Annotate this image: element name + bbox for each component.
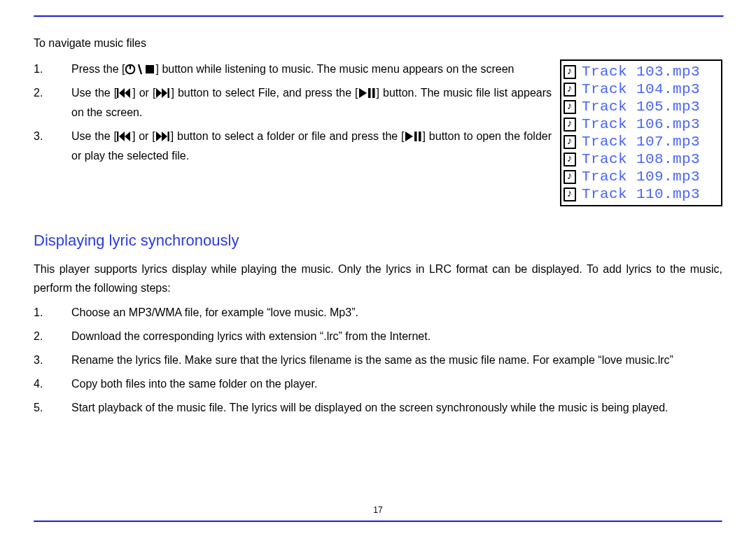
track-row: Track 108.mp3 [564, 150, 719, 168]
lyrics-step-2: Download the corresponding lyrics with e… [34, 327, 722, 346]
music-note-icon [564, 135, 576, 149]
play-pause-icon [358, 87, 377, 99]
nav-steps-list: Press the [] button while listening to m… [34, 59, 552, 170]
music-note-icon [564, 83, 576, 97]
nav-step-1: Press the [] button while listening to m… [34, 59, 552, 79]
lyrics-heading: Displaying lyric synchronously [34, 232, 722, 250]
bottom-rule [34, 521, 722, 523]
track-row: Track 109.mp3 [564, 168, 719, 185]
lyrics-steps-list: Choose an MP3/WMA file, for example “lov… [34, 303, 722, 418]
music-note-icon [564, 100, 576, 114]
nav-step-3: Use the [] or [] button to select a fold… [34, 127, 552, 166]
track-row: Track 104.mp3 [564, 80, 719, 98]
nav-intro: To navigate music files [34, 37, 722, 50]
lyrics-step-5: Start playback of the music file. The ly… [34, 398, 722, 418]
skip-next-icon [155, 131, 171, 142]
lyrics-intro: This player supports lyrics display whil… [34, 260, 722, 297]
music-note-icon [564, 187, 576, 201]
track-row: Track 105.mp3 [564, 98, 719, 115]
music-note-icon [564, 153, 576, 167]
music-note-icon [564, 170, 576, 184]
track-list-panel: Track 103.mp3 Track 104.mp3 Track 105.mp… [560, 59, 722, 206]
track-row: Track 107.mp3 [564, 133, 719, 150]
track-row: Track 103.mp3 [564, 63, 719, 80]
lyrics-step-1: Choose an MP3/WMA file, for example “lov… [34, 303, 722, 323]
skip-prev-icon [117, 131, 132, 142]
play-pause-icon [405, 131, 423, 142]
manual-page: To navigate music files Press the [] but… [0, 0, 756, 538]
music-note-icon [564, 118, 576, 132]
track-row: Track 110.mp3 [564, 185, 719, 203]
lyrics-step-4: Copy both files into the same folder on … [34, 374, 722, 394]
skip-prev-icon [117, 87, 132, 99]
track-row: Track 106.mp3 [564, 115, 719, 133]
lyrics-step-3: Rename the lyrics file. Make sure that t… [34, 351, 722, 370]
power-stop-icon [125, 64, 155, 75]
page-number: 17 [0, 505, 756, 515]
music-note-icon [564, 65, 576, 79]
skip-next-icon [155, 87, 171, 99]
nav-step-2: Use the [] or [] button to select File, … [34, 83, 552, 122]
top-rule [34, 15, 724, 17]
